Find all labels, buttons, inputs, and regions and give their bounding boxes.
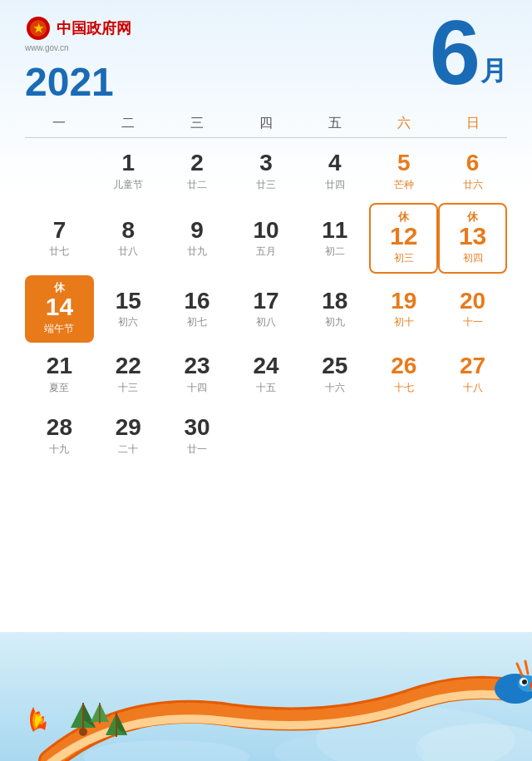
day-25: 25 十六 [300, 344, 369, 404]
weekday-sat: 六 [369, 115, 438, 132]
day-lunar: 廿二 [187, 178, 207, 192]
weekday-thu: 四 [232, 115, 301, 132]
day-number: 15 [116, 289, 141, 314]
day-lunar: 初四 [463, 251, 483, 265]
day-lunar: 儿童节 [113, 178, 143, 192]
day-number: 2 [190, 151, 204, 176]
month-char: 月 [480, 53, 507, 90]
day-number: 12 [390, 222, 417, 250]
day-11: 11 初二 [300, 203, 369, 274]
day-29: 29 二十 [94, 406, 163, 466]
day-lunar: 初六 [118, 315, 138, 329]
emblem-icon: ★ [25, 15, 52, 42]
weekday-tue: 二 [94, 115, 163, 132]
day-lunar: 廿七 [49, 245, 69, 259]
day-1: 1 儿童节 [94, 141, 163, 201]
day-empty-end4 [438, 406, 507, 466]
day-24: 24 十五 [232, 344, 301, 404]
day-number: 20 [460, 289, 485, 314]
day-number: 8 [121, 218, 135, 244]
day-number: 29 [116, 415, 141, 441]
day-empty-end3 [369, 406, 438, 466]
day-6: 6 廿六 [438, 141, 507, 201]
big-month-number: 6 [430, 7, 480, 98]
day-4: 4 廿四 [300, 141, 369, 201]
day-lunar: 夏至 [49, 381, 69, 395]
day-number: 7 [53, 218, 66, 244]
day-lunar: 廿一 [187, 442, 207, 457]
day-number: 22 [116, 353, 141, 379]
day-lunar: 廿九 [187, 245, 207, 259]
day-number: 5 [397, 151, 411, 176]
day-2: 2 廿二 [163, 141, 232, 201]
day-lunar: 十六 [325, 381, 345, 395]
day-12: 休 12 初三 [369, 203, 438, 274]
weekday-wed: 三 [163, 115, 232, 132]
year-text: 2021 [25, 60, 114, 104]
day-lunar: 初十 [394, 315, 414, 329]
weekday-mon: 一 [25, 115, 94, 132]
calendar-grid: 1 儿童节 2 廿二 3 廿三 4 廿四 5 芒种 6 廿六 7 廿七 8 [25, 141, 507, 466]
day-number: 24 [253, 353, 278, 379]
day-22: 22 十三 [94, 344, 163, 404]
day-9: 9 廿九 [163, 203, 232, 274]
dragon-illustration [0, 632, 532, 761]
day-28: 28 十九 [25, 406, 94, 466]
day-lunar: 十一 [463, 315, 483, 329]
day-21: 21 夏至 [25, 344, 94, 404]
day-lunar: 二十 [118, 442, 138, 457]
day-20: 20 十一 [438, 275, 507, 343]
weekday-sun: 日 [438, 115, 507, 132]
day-lunar: 芒种 [394, 178, 414, 192]
svg-line-11 [517, 664, 522, 675]
day-3: 3 廿三 [232, 141, 301, 201]
logo-text: 中国政府网 [57, 18, 131, 38]
day-26: 26 十七 [369, 344, 438, 404]
day-14: 休 14 端午节 [25, 275, 94, 343]
rest-badge: 休 [398, 211, 409, 222]
day-7: 7 廿七 [25, 203, 94, 274]
month-display: 6 月 [430, 15, 507, 98]
day-lunar: 十九 [49, 442, 69, 457]
day-16: 16 初七 [163, 275, 232, 343]
svg-text:★: ★ [33, 22, 44, 35]
day-10: 10 五月 [232, 203, 301, 274]
day-number: 28 [47, 415, 72, 441]
svg-point-6 [83, 740, 249, 761]
day-18: 18 初九 [300, 275, 369, 343]
day-number: 30 [185, 415, 210, 441]
day-number: 16 [185, 289, 210, 314]
day-number: 9 [190, 218, 204, 244]
day-number: 19 [391, 289, 416, 314]
day-number: 21 [47, 353, 72, 379]
day-lunar: 初二 [325, 245, 345, 259]
day-number: 23 [185, 353, 210, 379]
day-19: 19 初十 [369, 275, 438, 343]
calendar-section: ★ 中国政府网 www.gov.cn 2021 6 月 一 二 三 四 五 六 … [0, 0, 532, 632]
day-lunar: 十七 [394, 381, 414, 395]
day-23: 23 十四 [163, 344, 232, 404]
day-number: 25 [322, 353, 347, 379]
day-30: 30 廿一 [163, 406, 232, 466]
day-lunar: 廿六 [463, 178, 483, 192]
day-empty [25, 141, 94, 201]
day-lunar: 五月 [256, 245, 276, 259]
day-lunar: 初七 [187, 315, 207, 329]
day-lunar: 十八 [463, 381, 483, 395]
day-17: 17 初八 [232, 275, 301, 343]
day-lunar: 端午节 [44, 322, 74, 336]
day-lunar: 十三 [118, 381, 138, 395]
day-lunar: 初三 [394, 251, 414, 265]
header: ★ 中国政府网 www.gov.cn 2021 6 月 [25, 15, 507, 105]
day-number: 18 [322, 289, 347, 314]
day-number: 26 [391, 353, 416, 379]
rest-badge-fill: 休 [54, 282, 65, 293]
day-empty-end2 [300, 406, 369, 466]
svg-point-10 [522, 679, 527, 684]
logo-sub: www.gov.cn [25, 43, 131, 52]
rest-badge: 休 [467, 211, 478, 222]
day-5: 5 芒种 [369, 141, 438, 201]
day-number: 6 [466, 151, 480, 176]
logo-area: ★ 中国政府网 www.gov.cn 2021 [25, 15, 131, 105]
day-number: 11 [322, 218, 347, 244]
